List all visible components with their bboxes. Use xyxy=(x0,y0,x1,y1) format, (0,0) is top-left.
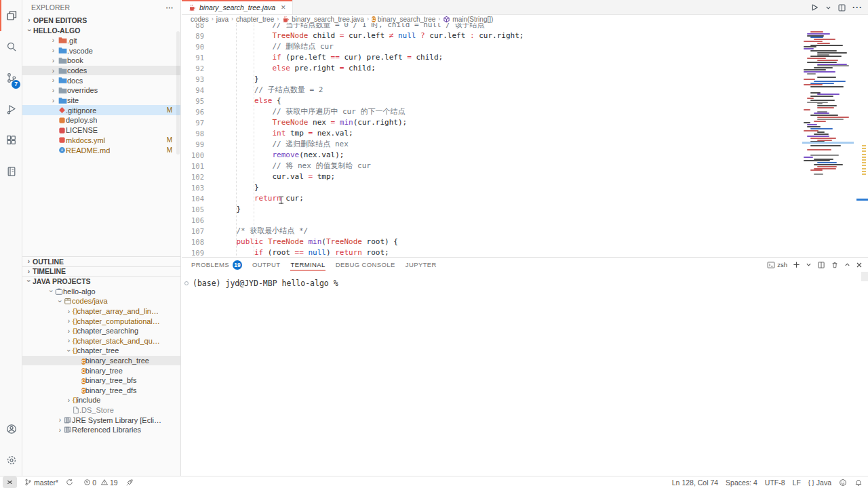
line-number[interactable]: 91 xyxy=(182,52,211,63)
java-tree-item-hello-algo[interactable]: ›hello-algo xyxy=(22,287,180,297)
split-editor-button[interactable] xyxy=(837,3,846,12)
sync-changes-button[interactable] xyxy=(66,476,73,488)
activity-item-explorer[interactable] xyxy=(0,0,22,31)
maximize-panel-chevron-icon[interactable] xyxy=(844,262,850,268)
code-line-95[interactable]: 95 else { xyxy=(182,96,868,106)
tree-item--git[interactable]: ›.git xyxy=(22,36,180,46)
line-number[interactable]: 105 xyxy=(182,204,211,215)
tree-item-site[interactable]: ›site xyxy=(22,96,180,106)
tree-item-readme-md[interactable]: README.mdM xyxy=(22,145,180,155)
panel-tab-output[interactable]: OUTPUT xyxy=(252,258,280,272)
line-number[interactable]: 98 xyxy=(182,128,211,139)
line-number[interactable]: 100 xyxy=(182,150,211,161)
sidebar-scrollbar[interactable] xyxy=(176,31,180,155)
java-tree-item-include[interactable]: ›{ }include xyxy=(22,395,180,405)
tree-item-book[interactable]: ›book xyxy=(22,56,180,66)
section-java-projects[interactable]: › JAVA PROJECTS xyxy=(22,276,180,286)
java-tree-item--ds-store[interactable]: .DS_Store xyxy=(22,405,180,415)
code-line-104[interactable]: 104 return cur; xyxy=(182,193,868,204)
code-line-105[interactable]: 105 } xyxy=(182,204,868,215)
breadcrumb-item-binary-search-tree[interactable]: Cbinary_search_tree xyxy=(372,15,435,23)
line-number[interactable]: 93 xyxy=(182,74,211,85)
workspace-root-row[interactable]: › HELLO-ALGO xyxy=(22,25,180,35)
section-timeline[interactable]: › TIMELINE xyxy=(22,266,180,277)
panel-tab-debug-console[interactable]: DEBUG CONSOLE xyxy=(336,258,395,272)
line-number[interactable]: 96 xyxy=(182,106,211,117)
activity-item-run-debug[interactable] xyxy=(0,94,22,125)
code-line-100[interactable]: 100 remove(nex.val); xyxy=(182,150,868,161)
panel-tab-terminal[interactable]: TERMINAL xyxy=(290,258,325,272)
java-server-mode-rocket-icon[interactable] xyxy=(125,476,134,488)
code-line-93[interactable]: 93 } xyxy=(182,74,868,85)
remote-indicator[interactable] xyxy=(3,476,17,488)
line-number[interactable]: 88 xyxy=(182,23,211,30)
line-number[interactable]: 92 xyxy=(182,63,211,74)
code-line-97[interactable]: 97 TreeNode nex = min(cur.right); xyxy=(182,117,868,128)
activity-item-settings[interactable] xyxy=(0,445,22,476)
line-number[interactable]: 102 xyxy=(182,171,211,182)
line-number[interactable]: 104 xyxy=(182,193,211,204)
code-line-90[interactable]: 90 // 删除结点 cur xyxy=(182,41,868,52)
tree-item-mkdocs-yml[interactable]: mkdocs.ymlM xyxy=(22,135,180,145)
activity-item-source-control[interactable]: 7 xyxy=(0,62,22,94)
line-number[interactable]: 95 xyxy=(182,96,211,106)
line-number[interactable]: 101 xyxy=(182,161,211,171)
terminal-scrollbar[interactable] xyxy=(861,272,868,281)
code-line-91[interactable]: 91 if (pre.left == cur) pre.left = child… xyxy=(182,52,868,63)
tab-binary-search-tree[interactable]: binary_search_tree.java ✕ xyxy=(182,0,293,14)
tree-item-docs[interactable]: ›docs xyxy=(22,75,180,85)
java-tree-item-chapter-tree[interactable]: ›{ }chapter_tree xyxy=(22,346,180,356)
new-terminal-button[interactable] xyxy=(793,261,800,268)
eol-status[interactable]: LF xyxy=(793,476,801,488)
problems-status[interactable]: 0 19 xyxy=(81,476,118,488)
line-number[interactable]: 90 xyxy=(182,41,211,52)
java-tree-item-chapter-array-and-linkedlist[interactable]: ›{ }chapter_array_and_linkedlist xyxy=(22,306,180,317)
activity-item-search[interactable] xyxy=(0,31,22,62)
activity-item-notebook[interactable] xyxy=(0,156,22,187)
code-line-98[interactable]: 98 int tmp = nex.val; xyxy=(182,128,868,139)
line-number[interactable]: 107 xyxy=(182,226,211,237)
tree-item-codes[interactable]: ›codes xyxy=(22,66,180,76)
java-tree-item-binary-tree-dfs[interactable]: Cbinary_tree_dfs xyxy=(22,386,180,396)
line-number[interactable]: 97 xyxy=(182,117,211,128)
java-tree-item-binary-search-tree[interactable]: Cbinary_search_tree xyxy=(22,356,180,366)
open-editors-section[interactable]: › OPEN EDITORS xyxy=(22,15,180,25)
run-java-button[interactable] xyxy=(810,3,819,12)
launch-profile-chevron-icon[interactable] xyxy=(806,262,812,268)
java-tree-item-referenced-libraries[interactable]: ›Referenced Libraries xyxy=(22,425,180,435)
panel-tab-jupyter[interactable]: JUPYTER xyxy=(406,258,437,272)
breadcrumb-item-codes[interactable]: codes xyxy=(191,16,209,23)
breadcrumb-item-chapter-tree[interactable]: chapter_tree xyxy=(236,16,274,23)
breadcrumb-item-main-string-[interactable]: main(String[]) xyxy=(443,16,493,23)
code-line-108[interactable]: 108 public TreeNode min(TreeNode root) { xyxy=(182,237,868,247)
line-number[interactable]: 89 xyxy=(182,30,211,41)
breadcrumb-item-binary-search-tree-java[interactable]: binary_search_tree.java xyxy=(281,15,364,23)
close-panel-icon[interactable] xyxy=(856,262,863,268)
activity-item-accounts[interactable] xyxy=(0,413,22,445)
java-tree-item-codes-java[interactable]: ›codes/java xyxy=(22,296,180,306)
java-tree-item-jre-system-library-eclipse-temurin-17-17-[interactable]: ›JRE System Library [Eclipse Temurin 17 … xyxy=(22,415,180,425)
line-number[interactable]: 99 xyxy=(182,139,211,150)
encoding-status[interactable]: UTF-8 xyxy=(765,476,785,488)
code-line-92[interactable]: 92 else pre.right = child; xyxy=(182,63,868,74)
code-line-88[interactable]: 88 // 当子结点数量 = 0 / 1 时, child = null / 该… xyxy=(182,23,868,30)
line-number[interactable]: 106 xyxy=(182,215,211,226)
split-terminal-button[interactable] xyxy=(817,261,825,269)
notifications-bell-icon[interactable] xyxy=(854,476,863,488)
terminal[interactable]: (base) jyd@JYD-MBP hello-algo % xyxy=(182,272,868,476)
more-actions-icon[interactable]: ··· xyxy=(852,3,863,12)
code-line-99[interactable]: 99 // 递归删除结点 nex xyxy=(182,139,868,150)
section-outline[interactable]: › OUTLINE xyxy=(22,256,180,266)
line-number[interactable]: 94 xyxy=(182,85,211,96)
breadcrumb-item-java[interactable]: java xyxy=(216,16,229,23)
code-line-107[interactable]: 107 /* 获取最小结点 */ xyxy=(182,226,868,237)
terminal-shell-selector[interactable]: zsh xyxy=(767,261,787,269)
activity-item-extensions[interactable] xyxy=(0,125,22,156)
kill-terminal-button[interactable] xyxy=(831,261,839,269)
code-line-89[interactable]: 89 TreeNode child = cur.left ≠ null ? cu… xyxy=(182,30,868,41)
tree-item-overrides[interactable]: ›overrides xyxy=(22,85,180,96)
line-number[interactable]: 103 xyxy=(182,182,211,193)
tree-item-deploy-sh[interactable]: deploy.sh xyxy=(22,115,180,125)
tree-item--gitignore[interactable]: .gitignoreM xyxy=(22,105,180,115)
java-tree-item-chapter-stack-and-queue[interactable]: ›{ }chapter_stack_and_queue xyxy=(22,336,180,346)
